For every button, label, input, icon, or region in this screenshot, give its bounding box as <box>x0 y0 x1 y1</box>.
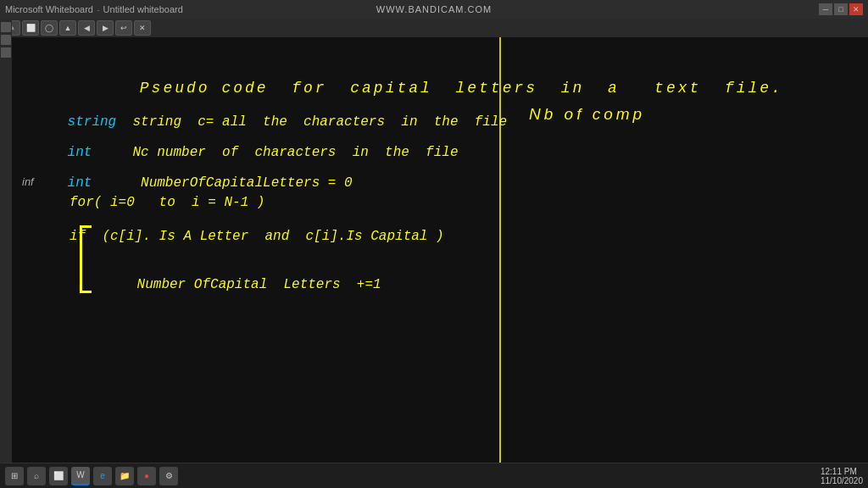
tool-forward[interactable]: ▶ <box>97 20 114 36</box>
side-btn-2[interactable] <box>1 35 11 45</box>
system-tray: 12:11 PM 11/10/2020 <box>821 467 863 485</box>
clock: 12:11 PM 11/10/2020 <box>821 467 863 485</box>
toolbar: ✎ ⬜ ◯ ▲ ◀ ▶ ↩ ✕ <box>0 19 868 37</box>
tool-rect[interactable]: ⬜ <box>22 20 39 36</box>
keyword-int1: int <box>68 145 117 160</box>
edge-icon[interactable]: e <box>93 467 112 485</box>
minimize-button[interactable]: ─ <box>819 3 832 15</box>
settings-icon[interactable]: ⚙ <box>159 467 178 485</box>
app-name: Microsoft Whiteboard <box>5 4 93 14</box>
pseudocode-canvas: Pseudo code for capital letters in a tex… <box>12 37 868 463</box>
side-panel <box>0 19 12 488</box>
right-header: Nb of comp <box>529 105 645 124</box>
folder-icon[interactable]: 📁 <box>115 467 134 485</box>
tool-ellipse[interactable]: ◯ <box>41 20 58 36</box>
keyword-int2: int <box>68 175 117 191</box>
whiteboard[interactable]: Pseudo code for capital letters in a tex… <box>12 37 868 463</box>
whiteboard-taskbar[interactable]: W <box>71 467 90 485</box>
titlebar-left: Microsoft Whiteboard - Untitled whiteboa… <box>5 4 183 14</box>
line-for: for( i=0 to i = N-1 ) <box>70 195 264 211</box>
int1-content: Nc number of characters in the file <box>116 145 458 160</box>
side-btn-3[interactable] <box>1 47 11 58</box>
line-if: if (c[i]. Is A Letter and c[i].Is Capita… <box>70 229 444 245</box>
tool-delete[interactable]: ✕ <box>134 20 151 36</box>
int2-content: NumberOfCapitalLetters = 0 <box>116 175 352 191</box>
close-button[interactable]: ✕ <box>849 3 863 15</box>
doc-name: Untitled whiteboard <box>103 4 183 14</box>
window-controls[interactable]: ─ □ ✕ <box>819 3 863 15</box>
taskbar: ⊞ ⌕ ⬜ W e 📁 ● ⚙ 12:11 PM 11/10/2020 <box>0 463 868 488</box>
line-increment: Number OfCapital Letters +=1 <box>88 261 381 310</box>
bandicam-watermark: WWW.BANDICAM.COM <box>376 4 492 14</box>
chrome-icon[interactable]: ● <box>137 467 156 485</box>
keyword-string: string <box>68 114 133 130</box>
tool-back[interactable]: ◀ <box>78 20 95 36</box>
maximize-button[interactable]: □ <box>834 3 848 15</box>
search-button[interactable]: ⌕ <box>27 467 46 485</box>
string-content: string c= all the characters in the file <box>132 114 507 130</box>
start-button[interactable]: ⊞ <box>5 467 24 485</box>
side-btn-1[interactable] <box>1 22 11 32</box>
bracket-top <box>80 225 92 228</box>
titlebar: Microsoft Whiteboard - Untitled whiteboa… <box>0 0 868 19</box>
inf-label: inf <box>22 175 34 188</box>
tool-triangle[interactable]: ▲ <box>59 20 76 36</box>
task-view-button[interactable]: ⬜ <box>49 467 68 485</box>
tool-undo[interactable]: ↩ <box>115 20 132 36</box>
